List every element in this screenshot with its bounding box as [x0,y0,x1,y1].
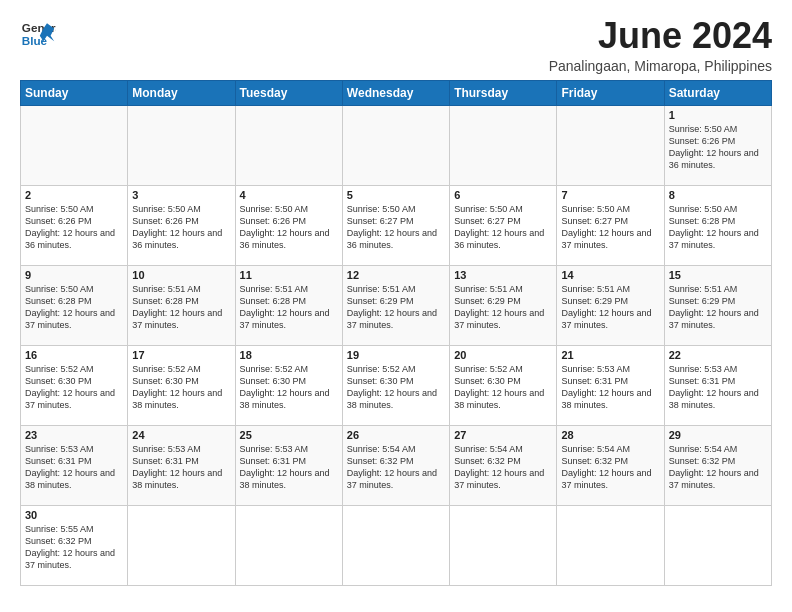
week-row-1: 2Sunrise: 5:50 AM Sunset: 6:26 PM Daylig… [21,185,772,265]
day-number: 12 [347,269,445,281]
calendar-cell: 16Sunrise: 5:52 AM Sunset: 6:30 PM Dayli… [21,345,128,425]
day-number: 4 [240,189,338,201]
calendar-cell: 7Sunrise: 5:50 AM Sunset: 6:27 PM Daylig… [557,185,664,265]
day-info: Sunrise: 5:54 AM Sunset: 6:32 PM Dayligh… [561,443,659,492]
day-info: Sunrise: 5:54 AM Sunset: 6:32 PM Dayligh… [454,443,552,492]
day-number: 20 [454,349,552,361]
day-number: 18 [240,349,338,361]
day-info: Sunrise: 5:54 AM Sunset: 6:32 PM Dayligh… [669,443,767,492]
day-info: Sunrise: 5:50 AM Sunset: 6:28 PM Dayligh… [25,283,123,332]
col-header-monday: Monday [128,80,235,105]
day-number: 27 [454,429,552,441]
day-number: 23 [25,429,123,441]
day-info: Sunrise: 5:51 AM Sunset: 6:29 PM Dayligh… [454,283,552,332]
day-info: Sunrise: 5:52 AM Sunset: 6:30 PM Dayligh… [454,363,552,412]
day-number: 5 [347,189,445,201]
day-number: 28 [561,429,659,441]
logo-icon: General Blue [20,16,56,52]
calendar-cell: 27Sunrise: 5:54 AM Sunset: 6:32 PM Dayli… [450,425,557,505]
calendar-cell: 4Sunrise: 5:50 AM Sunset: 6:26 PM Daylig… [235,185,342,265]
calendar-cell: 13Sunrise: 5:51 AM Sunset: 6:29 PM Dayli… [450,265,557,345]
day-number: 24 [132,429,230,441]
calendar-cell: 28Sunrise: 5:54 AM Sunset: 6:32 PM Dayli… [557,425,664,505]
day-number: 1 [669,109,767,121]
calendar-cell: 29Sunrise: 5:54 AM Sunset: 6:32 PM Dayli… [664,425,771,505]
calendar-cell [664,505,771,585]
calendar-cell [128,505,235,585]
calendar-cell [342,105,449,185]
calendar-cell: 3Sunrise: 5:50 AM Sunset: 6:26 PM Daylig… [128,185,235,265]
calendar-cell: 25Sunrise: 5:53 AM Sunset: 6:31 PM Dayli… [235,425,342,505]
day-number: 17 [132,349,230,361]
calendar-cell: 20Sunrise: 5:52 AM Sunset: 6:30 PM Dayli… [450,345,557,425]
day-info: Sunrise: 5:52 AM Sunset: 6:30 PM Dayligh… [347,363,445,412]
week-row-0: 1Sunrise: 5:50 AM Sunset: 6:26 PM Daylig… [21,105,772,185]
calendar-cell: 11Sunrise: 5:51 AM Sunset: 6:28 PM Dayli… [235,265,342,345]
calendar-cell: 12Sunrise: 5:51 AM Sunset: 6:29 PM Dayli… [342,265,449,345]
week-row-3: 16Sunrise: 5:52 AM Sunset: 6:30 PM Dayli… [21,345,772,425]
col-header-saturday: Saturday [664,80,771,105]
calendar-cell: 30Sunrise: 5:55 AM Sunset: 6:32 PM Dayli… [21,505,128,585]
day-info: Sunrise: 5:52 AM Sunset: 6:30 PM Dayligh… [240,363,338,412]
day-number: 22 [669,349,767,361]
day-info: Sunrise: 5:50 AM Sunset: 6:26 PM Dayligh… [25,203,123,252]
day-number: 16 [25,349,123,361]
day-info: Sunrise: 5:51 AM Sunset: 6:28 PM Dayligh… [240,283,338,332]
day-info: Sunrise: 5:51 AM Sunset: 6:28 PM Dayligh… [132,283,230,332]
day-info: Sunrise: 5:50 AM Sunset: 6:27 PM Dayligh… [347,203,445,252]
col-header-friday: Friday [557,80,664,105]
day-number: 29 [669,429,767,441]
calendar-subtitle: Panalingaan, Mimaropa, Philippines [549,58,772,74]
calendar-cell: 18Sunrise: 5:52 AM Sunset: 6:30 PM Dayli… [235,345,342,425]
day-number: 19 [347,349,445,361]
logo: General Blue [20,16,56,52]
day-info: Sunrise: 5:51 AM Sunset: 6:29 PM Dayligh… [561,283,659,332]
header-row: SundayMondayTuesdayWednesdayThursdayFrid… [21,80,772,105]
day-info: Sunrise: 5:53 AM Sunset: 6:31 PM Dayligh… [132,443,230,492]
header: General Blue June 2024 Panalingaan, Mima… [20,16,772,74]
day-number: 7 [561,189,659,201]
day-number: 2 [25,189,123,201]
calendar-cell: 23Sunrise: 5:53 AM Sunset: 6:31 PM Dayli… [21,425,128,505]
calendar-table: SundayMondayTuesdayWednesdayThursdayFrid… [20,80,772,586]
calendar-cell: 9Sunrise: 5:50 AM Sunset: 6:28 PM Daylig… [21,265,128,345]
calendar-cell: 14Sunrise: 5:51 AM Sunset: 6:29 PM Dayli… [557,265,664,345]
calendar-cell [342,505,449,585]
calendar-cell [450,505,557,585]
calendar-cell: 21Sunrise: 5:53 AM Sunset: 6:31 PM Dayli… [557,345,664,425]
week-row-5: 30Sunrise: 5:55 AM Sunset: 6:32 PM Dayli… [21,505,772,585]
day-info: Sunrise: 5:50 AM Sunset: 6:27 PM Dayligh… [454,203,552,252]
day-info: Sunrise: 5:52 AM Sunset: 6:30 PM Dayligh… [132,363,230,412]
day-number: 10 [132,269,230,281]
calendar-cell: 24Sunrise: 5:53 AM Sunset: 6:31 PM Dayli… [128,425,235,505]
day-info: Sunrise: 5:50 AM Sunset: 6:28 PM Dayligh… [669,203,767,252]
calendar-cell [21,105,128,185]
day-info: Sunrise: 5:55 AM Sunset: 6:32 PM Dayligh… [25,523,123,572]
day-info: Sunrise: 5:50 AM Sunset: 6:26 PM Dayligh… [240,203,338,252]
calendar-cell: 8Sunrise: 5:50 AM Sunset: 6:28 PM Daylig… [664,185,771,265]
calendar-cell [557,505,664,585]
day-number: 14 [561,269,659,281]
calendar-cell [235,505,342,585]
day-info: Sunrise: 5:53 AM Sunset: 6:31 PM Dayligh… [561,363,659,412]
calendar-cell: 26Sunrise: 5:54 AM Sunset: 6:32 PM Dayli… [342,425,449,505]
day-number: 8 [669,189,767,201]
calendar-cell: 19Sunrise: 5:52 AM Sunset: 6:30 PM Dayli… [342,345,449,425]
calendar-cell: 1Sunrise: 5:50 AM Sunset: 6:26 PM Daylig… [664,105,771,185]
day-number: 9 [25,269,123,281]
calendar-cell: 2Sunrise: 5:50 AM Sunset: 6:26 PM Daylig… [21,185,128,265]
day-info: Sunrise: 5:53 AM Sunset: 6:31 PM Dayligh… [669,363,767,412]
calendar-cell [557,105,664,185]
title-block: June 2024 Panalingaan, Mimaropa, Philipp… [549,16,772,74]
day-number: 13 [454,269,552,281]
col-header-thursday: Thursday [450,80,557,105]
calendar-title: June 2024 [549,16,772,56]
calendar-cell: 10Sunrise: 5:51 AM Sunset: 6:28 PM Dayli… [128,265,235,345]
day-info: Sunrise: 5:50 AM Sunset: 6:26 PM Dayligh… [669,123,767,172]
calendar-cell: 5Sunrise: 5:50 AM Sunset: 6:27 PM Daylig… [342,185,449,265]
calendar-cell: 17Sunrise: 5:52 AM Sunset: 6:30 PM Dayli… [128,345,235,425]
day-info: Sunrise: 5:52 AM Sunset: 6:30 PM Dayligh… [25,363,123,412]
calendar-cell [450,105,557,185]
day-info: Sunrise: 5:50 AM Sunset: 6:27 PM Dayligh… [561,203,659,252]
day-info: Sunrise: 5:53 AM Sunset: 6:31 PM Dayligh… [25,443,123,492]
